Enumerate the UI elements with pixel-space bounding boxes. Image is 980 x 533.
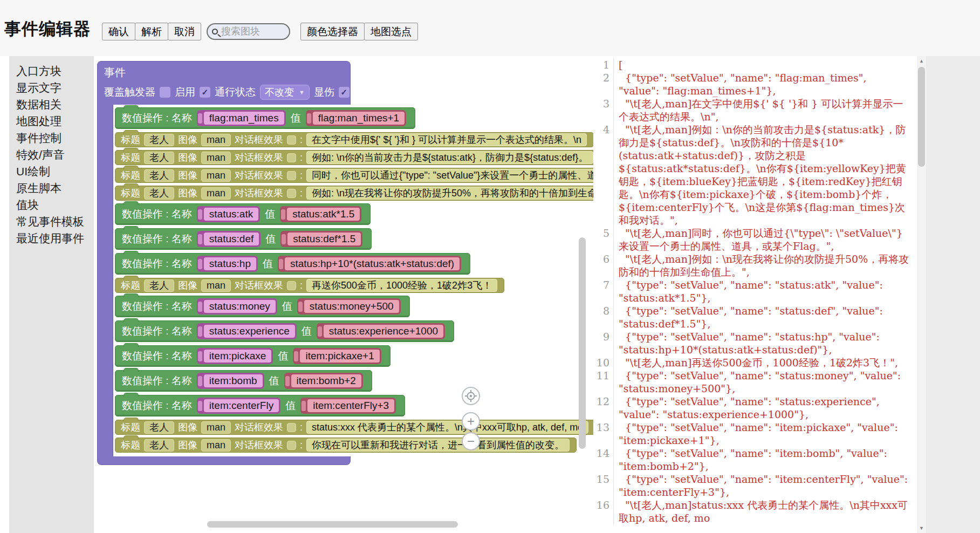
name-slot[interactable]: status:def (197, 231, 261, 247)
name-slot[interactable]: item:centerFly (197, 398, 280, 414)
name-field[interactable]: item:centerFly (204, 399, 279, 412)
dialogue-text-block[interactable]: 标题老人图像man对话框效果:再送你500金币，1000经验，1破2炸3飞！ (115, 278, 504, 293)
value-slot[interactable]: item:bomb+2 (284, 373, 363, 389)
value-field[interactable]: status:def*1.5 (287, 233, 361, 245)
damage-checkbox[interactable]: ✓ (339, 87, 349, 98)
title-field[interactable]: 老人 (144, 187, 174, 200)
image-field[interactable]: man (201, 187, 231, 200)
name-slot[interactable]: status:experience (197, 323, 297, 339)
value-field[interactable]: flag:man_times+1 (313, 112, 405, 125)
workspace-horizontal-scrollbar[interactable] (207, 521, 458, 528)
enable-checkbox[interactable]: ✓ (200, 87, 210, 98)
scroll-up-arrow-icon[interactable]: ▲ (917, 56, 926, 66)
value-slot[interactable]: status:experience+1000 (317, 323, 445, 339)
value-field[interactable]: status:money+500 (304, 300, 399, 313)
name-field[interactable]: item:bomb (204, 374, 263, 387)
value-slot[interactable]: item:pickaxe+1 (293, 348, 381, 364)
search-input[interactable] (221, 26, 280, 37)
zoom-reset-button[interactable] (462, 387, 480, 405)
sidebar-item-1[interactable]: 入口方块 (16, 63, 94, 79)
dialog-effect-checkbox[interactable] (287, 281, 296, 290)
event-json-code[interactable]: 1[2 {"type": "setValue", "name": "flag:m… (593, 58, 917, 533)
dialog-effect-checkbox[interactable] (287, 153, 296, 162)
pass-state-dropdown[interactable]: 不改变 ▼ (260, 85, 310, 100)
sidebar-item-11[interactable]: 最近使用事件 (16, 230, 94, 247)
setvalue-block[interactable]: 数值操作 : 名称status:def值status:def*1.5 (115, 228, 372, 250)
dialogue-text-field[interactable]: 同时，你也可以通过{"type": "setValue"}来设置一个勇士的属性、… (306, 169, 593, 182)
name-slot[interactable]: status:atk (197, 206, 260, 222)
value-slot[interactable]: flag:man_times+1 (306, 110, 407, 126)
name-field[interactable]: flag:man_times (204, 112, 284, 125)
image-field[interactable]: man (201, 439, 231, 452)
title-field[interactable]: 老人 (144, 421, 174, 434)
setvalue-block[interactable]: 数值操作 : 名称status:hp值status:hp+10*(status:… (115, 253, 470, 275)
title-field[interactable]: 老人 (144, 279, 174, 292)
image-field[interactable]: man (201, 279, 231, 292)
name-field[interactable]: status:def (204, 233, 259, 245)
blockly-workspace[interactable]: 事件 覆盖触发器 启用 ✓ 通行状态 不改变 ▼ 显伤 ✓ 数值操作 (94, 56, 593, 533)
dialog-effect-checkbox[interactable] (287, 135, 296, 145)
dialogue-text-block[interactable]: 标题老人图像man对话框效果:同时，你也可以通过{"type": "setVal… (115, 168, 593, 183)
value-slot[interactable]: status:atk*1.5 (280, 206, 361, 222)
dialogue-text-field[interactable]: 再送你500金币，1000经验，1破2炸3飞！ (306, 279, 497, 292)
value-field[interactable]: item:centerFly+3 (307, 399, 394, 412)
name-slot[interactable]: status:hp (197, 256, 258, 272)
title-field[interactable]: 老人 (144, 152, 174, 164)
cancel-button[interactable]: 取消 (168, 23, 201, 40)
dialogue-text-field[interactable]: 例如: \n你的当前攻击力是${status:atk}，防御力是${status… (306, 151, 593, 164)
title-field[interactable]: 老人 (144, 439, 174, 452)
title-field[interactable]: 老人 (144, 134, 174, 146)
sidebar-item-9[interactable]: 值块 (16, 196, 94, 213)
dialogue-text-block[interactable]: 标题老人图像man对话框效果:在文字中使用${' ${ '}和 } 可以计算并显… (115, 132, 593, 147)
code-scrollbar[interactable]: ▲ ▼ (917, 56, 926, 533)
dialogue-text-block[interactable]: 标题老人图像man对话框效果:status:xxx 代表勇士的某个属性。\n其中… (115, 420, 593, 435)
image-field[interactable]: man (201, 169, 231, 182)
name-field[interactable]: status:money (204, 300, 276, 313)
value-field[interactable]: status:experience+1000 (324, 325, 443, 338)
value-slot[interactable]: status:def*1.5 (280, 231, 362, 247)
dialogue-text-field[interactable]: status:xxx 代表勇士的某个属性。\n其中xxx可取hp, atk, d… (306, 421, 588, 434)
value-field[interactable]: status:hp+10*(status:atk+status:def) (285, 257, 460, 270)
sidebar-item-2[interactable]: 显示文字 (16, 79, 94, 96)
name-field[interactable]: status:atk (204, 208, 258, 221)
color-picker-button[interactable]: 颜色选择器 (300, 23, 365, 40)
value-slot[interactable]: status:hp+10*(status:atk+status:def) (278, 256, 461, 272)
value-field[interactable]: status:atk*1.5 (287, 208, 360, 221)
dialogue-text-field[interactable]: 在文字中使用${' ${ '}和 } 可以计算并显示一个表达式的结果。\n (306, 133, 587, 146)
title-field[interactable]: 老人 (144, 169, 174, 182)
name-field[interactable]: status:experience (204, 325, 295, 338)
dialogue-text-block[interactable]: 标题老人图像man对话框效果:你现在可以重新和我进行对话，进一步看到属性值的改变… (115, 438, 577, 453)
dialog-effect-checkbox[interactable] (287, 441, 296, 450)
image-field[interactable]: man (201, 134, 231, 146)
event-container-block[interactable]: 事件 覆盖触发器 启用 ✓ 通行状态 不改变 ▼ 显伤 ✓ 数值操作 (97, 61, 593, 465)
value-slot[interactable]: status:money+500 (297, 298, 401, 315)
confirm-button[interactable]: 确认 (102, 23, 135, 40)
setvalue-block[interactable]: 数值操作 : 名称flag:man_times值flag:man_times+1 (115, 107, 415, 129)
name-field[interactable]: item:pickaxe (204, 350, 272, 363)
parse-button[interactable]: 解析 (135, 23, 168, 40)
setvalue-block[interactable]: 数值操作 : 名称status:money值status:money+500 (115, 296, 410, 317)
name-field[interactable]: status:hp (204, 257, 256, 270)
dialog-effect-checkbox[interactable] (287, 189, 296, 198)
search-box[interactable] (207, 23, 290, 40)
name-slot[interactable]: item:bomb (197, 373, 264, 389)
zoom-out-button[interactable]: − (462, 432, 480, 450)
name-slot[interactable]: status:money (197, 298, 277, 315)
setvalue-block[interactable]: 数值操作 : 名称status:experience值status:experi… (115, 320, 454, 342)
workspace-vertical-scrollbar[interactable] (579, 237, 586, 449)
dialogue-text-block[interactable]: 标题老人图像man对话框效果:例如: \n你的当前攻击力是${status:at… (115, 150, 593, 165)
sidebar-item-8[interactable]: 原生脚本 (16, 180, 94, 196)
value-field[interactable]: item:pickaxe+1 (300, 350, 379, 363)
dialog-effect-checkbox[interactable] (287, 423, 296, 432)
value-field[interactable]: item:bomb+2 (291, 374, 361, 387)
event-block-header[interactable]: 事件 覆盖触发器 启用 ✓ 通行状态 不改变 ▼ 显伤 ✓ (97, 61, 351, 105)
sidebar-item-10[interactable]: 常见事件模板 (16, 213, 94, 230)
zoom-in-button[interactable]: + (462, 412, 480, 430)
setvalue-block[interactable]: 数值操作 : 名称item:pickaxe值item:pickaxe+1 (115, 345, 390, 367)
sidebar-item-4[interactable]: 地图处理 (16, 113, 94, 129)
image-field[interactable]: man (201, 421, 231, 434)
dialogue-text-block[interactable]: 标题老人图像man对话框效果:例如: \n现在我将让你的攻防提升50%，再将攻防… (115, 186, 593, 201)
map-point-button[interactable]: 地图选点 (364, 23, 418, 40)
override-trigger-checkbox[interactable] (160, 87, 170, 98)
setvalue-block[interactable]: 数值操作 : 名称item:bomb值item:bomb+2 (115, 370, 372, 392)
